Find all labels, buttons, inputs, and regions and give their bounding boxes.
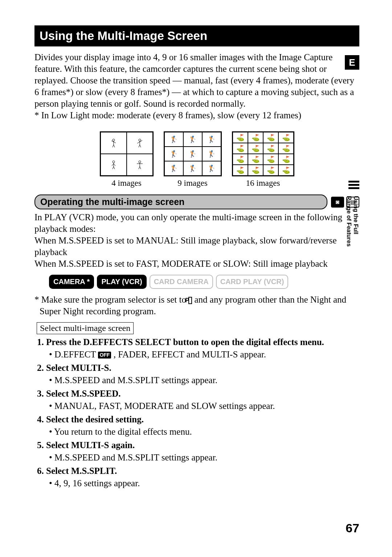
language-tab: E (345, 55, 359, 70)
svg-line-5 (114, 145, 115, 147)
side-bars-icon (348, 181, 359, 191)
step-2: Select MULTI-S. M.S.SPEED and M.S.SPLIT … (46, 362, 359, 386)
step-6: Select M.S.SPLIT. 4, 9, 16 settings appe… (46, 465, 359, 489)
mode-footnote: * Make sure the program selector is set … (40, 294, 359, 317)
step-3: Select M.S.SPEED. MANUAL, FAST, MODERATE… (46, 388, 359, 411)
step-1-sub-pre: D.EFFECT (54, 349, 98, 359)
svg-line-17 (114, 167, 115, 169)
svg-line-22 (139, 167, 140, 169)
step-1-sub-post: , FADER, EFFECT and MULTI-S appear. (111, 349, 266, 359)
diagram-9: 🏌🏌🏌 🏌🏌🏌 🏌🏌🏌 9 images (164, 131, 222, 188)
diagram-9-label: 9 images (164, 179, 222, 188)
diagram-16-label: 16 images (232, 179, 294, 188)
step-6-title: Select M.S.SPLIT. (46, 466, 117, 476)
mode-card-camera: CARD CAMERA (150, 275, 213, 289)
mode-card-play-vcr: CARD PLAY (VCR) (216, 275, 289, 289)
mode-camera: CAMERA * (49, 275, 94, 289)
svg-line-4 (113, 145, 114, 147)
svg-line-10 (139, 145, 140, 147)
svg-line-3 (114, 142, 116, 143)
svg-point-18 (139, 161, 141, 163)
grid-16: ⛳⛳⛳⛳ ⛳⛳⛳⛳ ⛳⛳⛳⛳ ⛳⛳⛳⛳ (232, 131, 294, 176)
procedure-steps: Press the D.EFFECTS SELECT button to ope… (46, 336, 359, 489)
step-4: Select the desired setting. You return t… (46, 414, 359, 437)
mode-play-vcr: PLAY (VCR) (97, 275, 146, 289)
mode-row: CAMERA * PLAY (VCR) CARD CAMERA CARD PLA… (49, 275, 345, 289)
svg-line-23 (140, 167, 141, 169)
step-2-title: Select MULTI-S. (46, 363, 111, 373)
svg-point-6 (139, 139, 141, 141)
step-3-title: Select M.S.SPEED. (46, 389, 121, 398)
step-2-sub: M.S.SPEED and M.S.SPLIT settings appear. (49, 374, 359, 386)
step-1-title: Press the D.EFFECTS SELECT button to ope… (46, 337, 324, 347)
diagram-16: ⛳⛳⛳⛳ ⛳⛳⛳⛳ ⛳⛳⛳⛳ ⛳⛳⛳⛳ 16 images (232, 131, 294, 188)
camera-icon: ◙ (331, 197, 344, 208)
svg-line-14 (112, 164, 114, 166)
mode-footnote-pre: * Make sure the program selector is set … (34, 295, 188, 304)
diagram-4-label: 4 images (100, 179, 154, 188)
diagram-4: 4 images (100, 131, 154, 188)
procedure-label: Select multi-image screen (37, 322, 134, 334)
step-3-sub: MANUAL, FAST, MODERATE and SLOW settings… (49, 400, 359, 412)
step-6-sub: 4, 9, 16 settings appear. (49, 478, 359, 489)
side-label-line1: Using the Full (353, 196, 359, 234)
svg-line-8 (137, 142, 140, 143)
svg-line-11 (140, 145, 141, 147)
step-5-title: Select MULTI-S again. (46, 440, 135, 450)
intro-text: Divides your display image into 4, 9 or … (34, 52, 354, 108)
intro-footnote: * In Low Light mode: moderate (every 8 f… (34, 110, 301, 120)
section-body: In PLAY (VCR) mode, you can only operate… (34, 212, 359, 270)
svg-line-16 (113, 167, 114, 169)
step-5-sub: M.S.SPEED and M.S.SPLIT settings appear. (49, 452, 359, 463)
intro-paragraph: Divides your display image into 4, 9 or … (34, 52, 359, 121)
step-1: Press the D.EFFECTS SELECT button to ope… (46, 336, 359, 360)
page-number: 67 (346, 521, 359, 535)
step-4-title: Select the desired setting. (46, 414, 144, 424)
multi-image-diagrams: 4 images 🏌🏌🏌 🏌🏌🏌 🏌🏌🏌 9 images ⛳⛳⛳⛳ ⛳⛳⛳⛳ … (34, 131, 359, 188)
step-4-sub: You return to the digital effects menu. (49, 426, 359, 438)
step-1-sub: D.EFFECT OFF , FADER, EFFECT and MULTI-S… (49, 349, 359, 360)
side-label-line2: Range of Features (346, 196, 352, 247)
page-title: Using the Multi-Image Screen (34, 25, 359, 46)
grid-4 (100, 131, 154, 176)
off-badge-icon: OFF (98, 352, 111, 359)
step-5: Select MULTI-S again. M.S.SPEED and M.S.… (46, 439, 359, 463)
svg-point-0 (113, 139, 115, 141)
grid-9: 🏌🏌🏌 🏌🏌🏌 🏌🏌🏌 (164, 131, 222, 176)
side-chapter-label: Using the Full Range of Features (346, 196, 359, 247)
program-p-icon: P (188, 297, 192, 304)
svg-point-12 (113, 161, 115, 163)
section-header-row: Operating the multi-image screen ◙ ▤ (34, 194, 359, 209)
svg-line-15 (114, 164, 115, 166)
section-heading: Operating the multi-image screen (34, 194, 327, 209)
